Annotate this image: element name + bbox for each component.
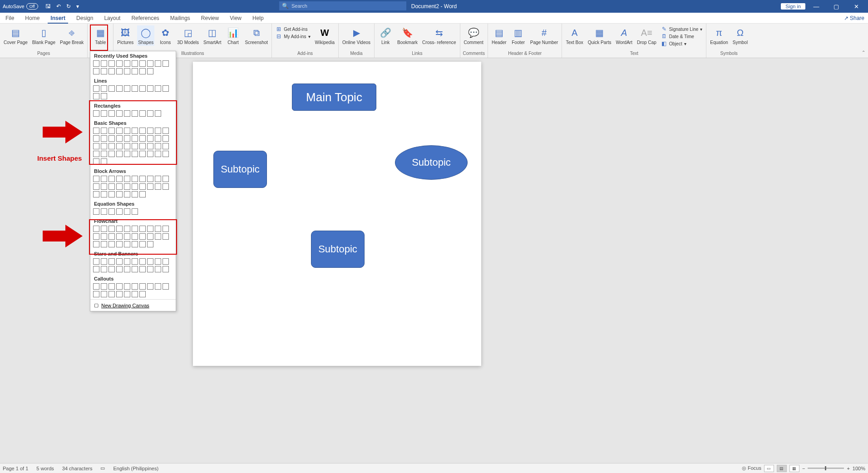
tab-layout[interactable]: Layout	[99, 13, 126, 24]
cover-page-button[interactable]: ▤Cover Page	[3, 25, 29, 46]
view-web-layout[interactable]: ▦	[789, 465, 799, 472]
page-break-button[interactable]: ⎆Page Break	[59, 25, 84, 46]
collapse-ribbon-icon[interactable]: ⌃	[862, 50, 865, 55]
drop-cap-button[interactable]: A≡Drop Cap	[636, 25, 657, 46]
shapes-flowchart[interactable]	[90, 225, 176, 249]
zoom-slider[interactable]	[808, 468, 844, 469]
shape-main-topic[interactable]: Main Topic	[292, 84, 376, 111]
online-videos-button[interactable]: ▶Online Videos	[341, 25, 371, 46]
autosave-toggle[interactable]: AutoSave Off	[0, 3, 41, 10]
minimize-icon[interactable]: —	[807, 0, 825, 12]
section-block-arrows: Block Arrows	[90, 167, 176, 175]
signature-icon: ✎	[661, 26, 667, 32]
qat-customize-icon[interactable]: ▾	[76, 3, 79, 10]
tab-review[interactable]: Review	[196, 13, 224, 24]
section-callouts: Callouts	[90, 274, 176, 282]
comment-icon: 💬	[467, 26, 480, 39]
table-icon: ▦	[94, 26, 107, 39]
zoom-out-button[interactable]: −	[802, 466, 805, 471]
date-time-icon: 🗓	[661, 33, 667, 39]
get-addins-button[interactable]: ⊞Get Add-ins	[275, 25, 311, 33]
search-input[interactable]: 🔍 Search	[279, 1, 406, 10]
redo-icon[interactable]: ↻	[66, 3, 71, 10]
object-button[interactable]: ◧Object ▾	[660, 40, 704, 47]
shapes-recently-used[interactable]	[90, 59, 176, 76]
tab-help[interactable]: Help	[247, 13, 269, 24]
shapes-icon: ◯	[139, 26, 152, 39]
share-button[interactable]: ↗ Share	[844, 15, 864, 21]
group-pages: ▤Cover Page ▯Blank Page ⎆Page Break Page…	[0, 24, 88, 58]
save-icon[interactable]: 🖫	[45, 3, 51, 10]
quick-parts-button[interactable]: ▦Quick Parts	[587, 25, 612, 46]
tab-references[interactable]: References	[126, 13, 164, 24]
pictures-button[interactable]: 🖼Pictures	[116, 25, 134, 46]
page-number-button[interactable]: #Page Number	[529, 25, 559, 46]
shape-subtopic-1[interactable]: Subtopic	[213, 151, 267, 188]
comment-button[interactable]: 💬Comment	[463, 25, 484, 46]
online-videos-icon: ▶	[350, 26, 363, 39]
shapes-button[interactable]: ◯Shapes	[137, 25, 154, 46]
tab-home[interactable]: Home	[20, 13, 45, 24]
signature-line-button[interactable]: ✎Signature Line ▾	[660, 25, 704, 33]
symbol-button[interactable]: ΩSymbol	[732, 25, 749, 46]
document-page[interactable]: Main Topic Subtopic Subtopic Subtopic	[193, 62, 481, 366]
group-label-media: Media	[341, 51, 371, 57]
shapes-equation[interactable]	[90, 207, 176, 217]
tab-mailings[interactable]: Mailings	[165, 13, 196, 24]
tab-insert[interactable]: Insert	[45, 13, 71, 24]
group-label-comments: Comments	[463, 51, 485, 57]
chart-button[interactable]: 📊Chart	[225, 25, 242, 46]
tab-view[interactable]: View	[224, 13, 247, 24]
header-button[interactable]: ▤Header	[491, 25, 508, 46]
cross-reference-button[interactable]: ⇆Cross- reference	[421, 25, 457, 46]
text-box-icon: A	[568, 26, 581, 39]
my-addins-button[interactable]: ⊟My Add-ins ▾	[275, 33, 311, 40]
shapes-lines[interactable]	[90, 84, 176, 101]
arrow-to-basic-shapes	[43, 118, 84, 146]
shapes-rectangles[interactable]	[90, 109, 176, 118]
shapes-callouts[interactable]	[90, 282, 176, 299]
tab-file[interactable]: File	[0, 13, 20, 24]
screenshot-button[interactable]: ⧉Screenshot	[244, 25, 269, 46]
zoom-level[interactable]: 100%	[853, 466, 865, 471]
3d-models-button[interactable]: ◲3D Models	[176, 25, 200, 46]
3d-models-icon: ◲	[182, 26, 194, 39]
shapes-basic[interactable]	[90, 127, 176, 167]
link-button[interactable]: 🔗Link	[377, 25, 394, 46]
shapes-block-arrows[interactable]	[90, 175, 176, 199]
wikipedia-button[interactable]: WWikipedia	[314, 25, 335, 46]
status-language[interactable]: English (Philippines)	[113, 466, 158, 471]
maximize-icon[interactable]: ▢	[827, 0, 845, 12]
close-icon[interactable]: ✕	[847, 0, 865, 12]
shapes-stars-banners[interactable]	[90, 257, 176, 274]
table-button[interactable]: ▦Table	[90, 25, 110, 46]
tab-design[interactable]: Design	[71, 13, 99, 24]
view-read-mode[interactable]: ▭	[764, 465, 774, 472]
status-page[interactable]: Page 1 of 1	[3, 466, 28, 471]
blank-page-button[interactable]: ▯Blank Page	[31, 25, 56, 46]
zoom-in-button[interactable]: +	[847, 466, 849, 471]
focus-mode-button[interactable]: ◎ Focus	[742, 465, 761, 471]
wordart-button[interactable]: AWordArt	[615, 25, 633, 46]
get-addins-icon: ⊞	[276, 26, 282, 32]
date-time-button[interactable]: 🗓Date & Time	[660, 33, 704, 40]
undo-icon[interactable]: ↶	[56, 3, 61, 10]
bookmark-button[interactable]: 🔖Bookmark	[396, 25, 419, 46]
view-print-layout[interactable]: ▤	[777, 465, 787, 472]
signin-button[interactable]: Sign in	[781, 3, 805, 10]
quick-access-toolbar: 🖫 ↶ ↻ ▾	[41, 3, 84, 10]
equation-button[interactable]: πEquation	[709, 25, 729, 46]
icons-button[interactable]: ✿Icons	[157, 25, 173, 46]
ribbon-tabs: File Home Insert Design Layout Reference…	[0, 13, 868, 24]
addins-list: ⊞Get Add-ins ⊟My Add-ins ▾	[275, 25, 311, 40]
shape-subtopic-2[interactable]: Subtopic	[395, 145, 468, 180]
group-addins: ⊞Get Add-ins ⊟My Add-ins ▾ WWikipedia Ad…	[272, 24, 339, 58]
status-characters[interactable]: 34 characters	[62, 466, 93, 471]
proofing-icon[interactable]: ▭	[100, 465, 105, 471]
smartart-button[interactable]: ◫SmartArt	[202, 25, 222, 46]
text-box-button[interactable]: AText Box	[565, 25, 584, 46]
shape-subtopic-3[interactable]: Subtopic	[311, 231, 365, 268]
footer-button[interactable]: ▥Footer	[510, 25, 527, 46]
status-words[interactable]: 5 words	[36, 466, 54, 471]
new-drawing-canvas-button[interactable]: ▢New Drawing Canvas	[90, 299, 176, 311]
